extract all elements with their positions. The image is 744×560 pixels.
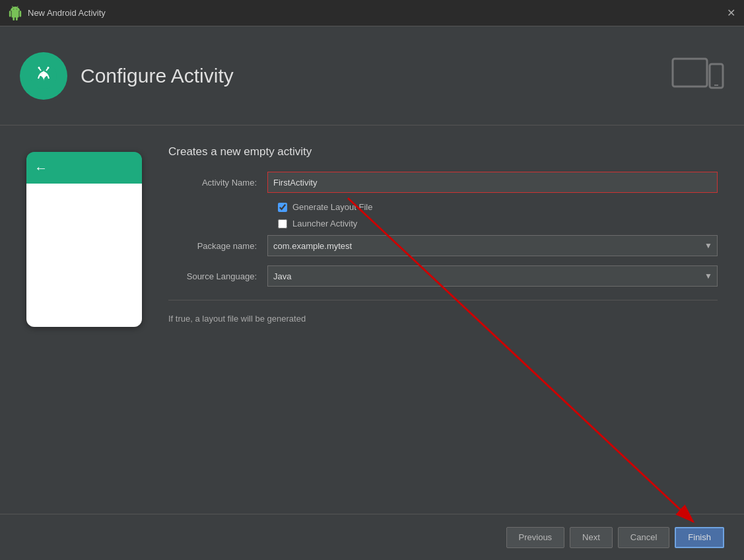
phone-mockup-body [26,184,142,327]
svg-rect-10 [710,64,723,88]
launcher-activity-row: Launcher Activity [278,219,718,228]
next-button[interactable]: Next [570,527,613,548]
svg-point-7 [48,67,50,69]
source-language-wrapper: Java Kotlin ▼ [267,265,718,287]
phone-mockup: ← [26,152,142,327]
source-language-label: Source Language: [168,271,267,281]
help-text: If true, a layout file will be generated [168,314,718,324]
android-icon-circle: ✦ [20,52,67,100]
package-name-wrapper: com.example.mytest ▼ [267,235,718,256]
package-name-label: Package name: [168,241,267,251]
activity-name-row: Activity Name: [168,172,718,193]
phone-mockup-header: ← [26,152,142,184]
previous-button[interactable]: Previous [506,527,565,548]
android-logo-icon [8,6,22,20]
cancel-button[interactable]: Cancel [618,527,669,548]
close-button[interactable]: ✕ [726,8,736,18]
page-title: Configure Activity [81,65,234,87]
title-bar-title: New Android Activity [28,8,106,18]
activity-name-label: Activity Name: [168,178,267,188]
svg-point-6 [38,67,40,69]
generate-layout-label: Generate Layout File [292,202,372,212]
activity-name-input[interactable] [267,172,718,193]
package-name-select[interactable]: com.example.mytest [267,235,718,256]
form-section-title: Creates a new empty activity [168,145,718,158]
tablet-phone-icon [671,53,724,98]
svg-point-2 [40,73,42,76]
header-left: ✦ Configure Activity [20,52,234,100]
svg-rect-8 [673,59,707,87]
form-divider [168,300,718,300]
finish-button[interactable]: Finish [675,527,724,548]
bottom-bar: Previous Next Cancel Finish [0,514,744,560]
header-section: ✦ Configure Activity [0,26,744,125]
form-section: Creates a new empty activity Activity Na… [168,145,718,494]
launcher-activity-checkbox[interactable] [278,219,287,228]
source-language-row: Source Language: Java Kotlin ▼ [168,265,718,287]
source-language-select[interactable]: Java Kotlin [267,265,718,287]
title-bar-left: New Android Activity [8,6,106,20]
generate-layout-row: Generate Layout File [278,202,718,212]
device-icons [671,53,724,98]
generate-layout-checkbox[interactable] [278,203,287,212]
android-studio-icon: ✦ [28,60,59,92]
svg-point-3 [45,73,48,76]
package-name-row: Package name: com.example.mytest ▼ [168,235,718,256]
main-content: ← Creates a new empty activity Activity … [0,125,744,514]
back-arrow-icon: ← [34,160,48,176]
launcher-activity-label: Launcher Activity [292,219,357,228]
title-bar: New Android Activity ✕ [0,0,744,26]
